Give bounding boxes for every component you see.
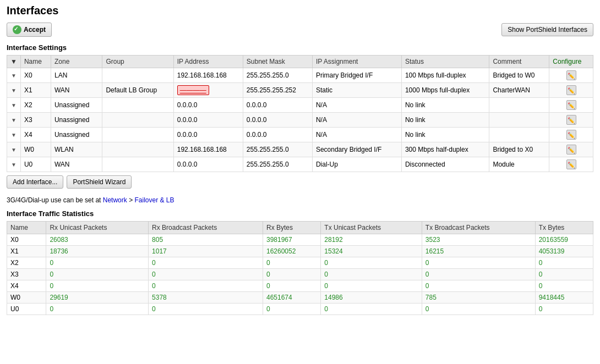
- subnet-cell: 0.0.0.0: [243, 113, 312, 128]
- network-separator: >: [129, 196, 134, 204]
- name-cell: U0: [20, 157, 51, 172]
- configure-icon[interactable]: ✏️: [566, 130, 576, 140]
- stats-tx-uni-cell: 14986: [321, 292, 422, 304]
- status-cell: No link: [401, 98, 489, 113]
- stats-col-rx-broad: Rx Broadcast Packets: [149, 222, 263, 234]
- expand-cell[interactable]: ▼: [7, 83, 21, 98]
- stats-tx-bytes-cell: 4053139: [535, 246, 593, 257]
- expand-cell[interactable]: ▼: [7, 98, 21, 113]
- ip-cell: ————: [173, 83, 243, 98]
- top-bar: Accept Show PortShield Interfaces: [7, 23, 593, 37]
- add-interface-button[interactable]: Add Interface...: [7, 175, 63, 189]
- assignment-cell: Dial-Up: [312, 157, 401, 172]
- configure-icon[interactable]: ✏️: [566, 70, 576, 80]
- status-cell: No link: [401, 128, 489, 142]
- expand-arrow-icon: ▼: [11, 147, 17, 153]
- portshield-wizard-button[interactable]: PortShield Wizard: [67, 175, 132, 189]
- ip-cell: 0.0.0.0: [173, 128, 243, 142]
- stats-rx-bytes-cell: 0: [263, 269, 320, 280]
- stats-rx-broad-cell: 0: [149, 269, 263, 280]
- expand-arrow-icon: ▼: [11, 102, 17, 108]
- stats-name-cell: X4: [7, 280, 46, 292]
- configure-icon[interactable]: ✏️: [566, 115, 576, 125]
- stats-rx-broad-cell: 1017: [149, 246, 263, 257]
- table-row: ▼ X2 Unassigned 0.0.0.0 0.0.0.0 N/A No l…: [7, 98, 593, 113]
- group-cell: [102, 98, 173, 113]
- configure-icon[interactable]: ✏️: [566, 145, 576, 155]
- stats-rx-bytes-cell: 0: [263, 280, 320, 292]
- zone-cell: Unassigned: [51, 113, 102, 128]
- expand-cell[interactable]: ▼: [7, 128, 21, 142]
- name-cell: X1: [20, 83, 51, 98]
- status-cell: 100 Mbps full-duplex: [401, 68, 489, 83]
- stats-tx-bytes-cell: 0: [535, 304, 593, 315]
- network-info-text: 3G/4G/Dial-up use can be set at: [7, 196, 101, 204]
- col-group: Group: [102, 56, 173, 68]
- configure-cell: ✏️: [549, 113, 593, 128]
- table-row: X2 0 0 0 0 0 0: [7, 257, 593, 269]
- expand-cell[interactable]: ▼: [7, 113, 21, 128]
- accept-button[interactable]: Accept: [7, 23, 52, 37]
- stats-tx-uni-cell: 0: [321, 257, 422, 269]
- table-row: X1 18736 1017 16260052 15324 16215 40531…: [7, 246, 593, 257]
- assignment-cell: Static: [312, 83, 401, 98]
- expand-cell[interactable]: ▼: [7, 142, 21, 157]
- stats-rx-uni-cell: 0: [46, 304, 149, 315]
- network-info: 3G/4G/Dial-up use can be set at Network …: [7, 196, 593, 204]
- stats-rx-uni-cell: 0: [46, 280, 149, 292]
- stats-rx-uni-cell: 0: [46, 257, 149, 269]
- expand-all-icon[interactable]: ▼: [10, 58, 17, 65]
- configure-icon[interactable]: ✏️: [566, 85, 576, 95]
- status-cell: 300 Mbps half-duplex: [401, 142, 489, 157]
- zone-cell: WAN: [51, 157, 102, 172]
- stats-tx-uni-cell: 0: [321, 304, 422, 315]
- col-ip: IP Address: [173, 56, 243, 68]
- configure-icon[interactable]: ✏️: [566, 159, 576, 169]
- stats-rx-bytes-cell: 3981967: [263, 234, 320, 246]
- stats-tx-uni-cell: 0: [321, 280, 422, 292]
- assignment-cell: N/A: [312, 113, 401, 128]
- show-portshield-button[interactable]: Show PortShield Interfaces: [501, 23, 593, 36]
- name-cell: X4: [20, 128, 51, 142]
- assignment-cell: N/A: [312, 98, 401, 113]
- subnet-cell: 0.0.0.0: [243, 98, 312, 113]
- status-cell: No link: [401, 113, 489, 128]
- table-row: ▼ U0 WAN 0.0.0.0 255.255.255.0 Dial-Up D…: [7, 157, 593, 172]
- col-configure: Configure: [549, 56, 593, 68]
- expand-cell[interactable]: ▼: [7, 68, 21, 83]
- configure-cell: ✏️: [549, 142, 593, 157]
- zone-cell: WLAN: [51, 142, 102, 157]
- comment-cell: [489, 128, 549, 142]
- zone-cell: WAN: [51, 83, 102, 98]
- table-row: U0 0 0 0 0 0 0: [7, 304, 593, 315]
- expand-arrow-icon: ▼: [11, 132, 17, 138]
- stats-name-cell: X3: [7, 269, 46, 280]
- stats-rx-broad-cell: 0: [149, 257, 263, 269]
- expand-cell[interactable]: ▼: [7, 157, 21, 172]
- stats-name-cell: X0: [7, 234, 46, 246]
- stats-col-tx-uni: Tx Unicast Packets: [321, 222, 422, 234]
- network-link[interactable]: Network: [103, 196, 127, 204]
- stats-tx-broad-cell: 0: [422, 280, 535, 292]
- configure-cell: ✏️: [549, 68, 593, 83]
- ip-cell: 0.0.0.0: [173, 98, 243, 113]
- group-cell: [102, 157, 173, 172]
- stats-rx-broad-cell: 0: [149, 304, 263, 315]
- stats-tx-uni-cell: 15324: [321, 246, 422, 257]
- ip-cell: 0.0.0.0: [173, 157, 243, 172]
- group-cell: [102, 128, 173, 142]
- group-cell: [102, 68, 173, 83]
- assignment-cell: Secondary Bridged I/F: [312, 142, 401, 157]
- subnet-cell: 255.255.255.252: [243, 83, 312, 98]
- col-assignment: IP Assignment: [312, 56, 401, 68]
- configure-icon[interactable]: ✏️: [566, 100, 576, 110]
- failover-lb-link[interactable]: Failover & LB: [134, 196, 174, 204]
- interface-settings-title: Interface Settings: [7, 43, 593, 52]
- stats-name-cell: X1: [7, 246, 46, 257]
- status-cell: 1000 Mbps full-duplex: [401, 83, 489, 98]
- stats-col-tx-bytes: Tx Bytes: [535, 222, 593, 234]
- group-cell: [102, 113, 173, 128]
- comment-cell: Module: [489, 157, 549, 172]
- accept-label: Accept: [24, 26, 46, 34]
- stats-rx-bytes-cell: 0: [263, 304, 320, 315]
